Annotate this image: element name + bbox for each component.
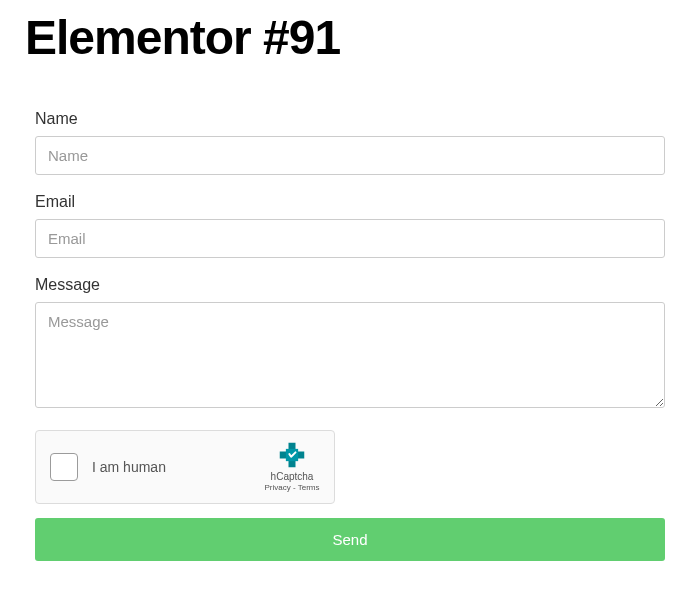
send-button[interactable]: Send xyxy=(35,518,665,561)
message-field-group: Message xyxy=(35,276,665,412)
svg-rect-0 xyxy=(289,443,296,450)
contact-form: Name Email Message I am human hCaptcha P… xyxy=(0,65,690,561)
page-title: Elementor #91 xyxy=(0,0,690,65)
name-field-group: Name xyxy=(35,110,665,175)
hcaptcha-brand-name: hCaptcha xyxy=(271,471,314,482)
hcaptcha-text: I am human xyxy=(92,459,260,475)
hcaptcha-checkbox[interactable] xyxy=(50,453,78,481)
hcaptcha-icon xyxy=(278,441,306,469)
svg-rect-1 xyxy=(280,452,287,459)
email-label: Email xyxy=(35,193,665,211)
email-field-group: Email xyxy=(35,193,665,258)
message-textarea[interactable] xyxy=(35,302,665,408)
name-input[interactable] xyxy=(35,136,665,175)
hcaptcha-privacy-terms[interactable]: Privacy - Terms xyxy=(265,483,320,493)
svg-rect-3 xyxy=(289,460,296,467)
email-input[interactable] xyxy=(35,219,665,258)
message-label: Message xyxy=(35,276,665,294)
hcaptcha-brand: hCaptcha Privacy - Terms xyxy=(260,441,324,493)
hcaptcha-widget: I am human hCaptcha Privacy - Terms xyxy=(35,430,335,504)
svg-rect-2 xyxy=(297,452,304,459)
name-label: Name xyxy=(35,110,665,128)
